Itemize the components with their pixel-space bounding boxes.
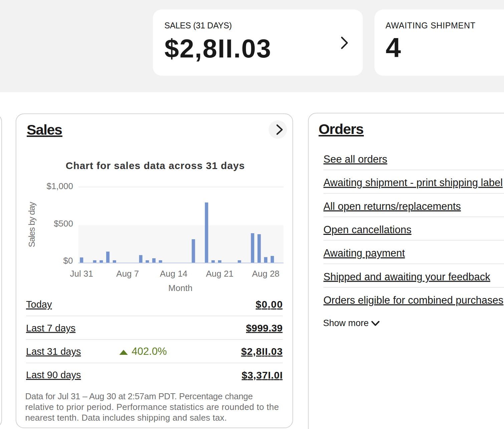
svg-text:Month: Month <box>168 283 192 293</box>
svg-text:$0: $0 <box>63 256 73 266</box>
svg-text:Shipped and awaiting your feed: Shipped and awaiting your feedback <box>323 271 490 283</box>
svg-text:Data for Jul 31 – Aug 30 at 2:: Data for Jul 31 – Aug 30 at 2:57am PDT. … <box>25 391 253 401</box>
svg-text:Orders eligible for combined p: Orders eligible for combined purchases <box>323 294 503 306</box>
svg-text:Orders: Orders <box>319 121 364 137</box>
svg-text:4: 4 <box>386 32 401 62</box>
svg-text:$2,8II.03: $2,8II.03 <box>241 346 283 357</box>
svg-text:Aug 28: Aug 28 <box>252 269 279 279</box>
svg-text:Awaiting shipment - print ship: Awaiting shipment - print shipping label <box>323 177 503 188</box>
svg-text:$999.39: $999.39 <box>246 322 283 333</box>
svg-text:Last 7 days: Last 7 days <box>26 323 75 333</box>
svg-text:nearest tenth. Data includes s: nearest tenth. Data includes shipping an… <box>25 413 227 423</box>
svg-text:See all orders: See all orders <box>323 153 387 165</box>
svg-text:Chart for sales data across 31: Chart for sales data across 31 days <box>66 160 245 171</box>
svg-text:Aug 14: Aug 14 <box>160 269 187 279</box>
svg-text:Last 90 days: Last 90 days <box>26 370 81 380</box>
svg-text:$2,8II.03: $2,8II.03 <box>165 34 271 63</box>
svg-text:$3,37I.0I: $3,37I.0I <box>242 370 283 381</box>
svg-text:$1,000: $1,000 <box>46 181 73 191</box>
svg-text:$0.00: $0.00 <box>256 299 283 310</box>
svg-text:relative to prior period. Perf: relative to prior period. Performance st… <box>25 402 279 412</box>
svg-text:SALES (31 DAYS): SALES (31 DAYS) <box>165 21 232 30</box>
svg-text:Last 31 days: Last 31 days <box>26 346 81 357</box>
svg-text:Jul 31: Jul 31 <box>70 269 93 279</box>
svg-text:402.0%: 402.0% <box>132 345 167 357</box>
svg-text:Aug 21: Aug 21 <box>206 269 233 279</box>
svg-text:Open cancellations: Open cancellations <box>323 224 412 236</box>
svg-text:All open returns/replacements: All open returns/replacements <box>323 200 461 212</box>
svg-text:AWAITING SHIPMENT: AWAITING SHIPMENT <box>386 21 475 30</box>
svg-text:Sales: Sales <box>27 122 62 138</box>
svg-text:Show more: Show more <box>323 318 369 328</box>
svg-text:Sales by day: Sales by day <box>27 202 37 247</box>
svg-text:Aug 7: Aug 7 <box>116 269 139 279</box>
svg-text:Today: Today <box>26 299 52 310</box>
svg-text:$500: $500 <box>54 219 73 229</box>
svg-text:Awaiting payment: Awaiting payment <box>323 247 405 259</box>
